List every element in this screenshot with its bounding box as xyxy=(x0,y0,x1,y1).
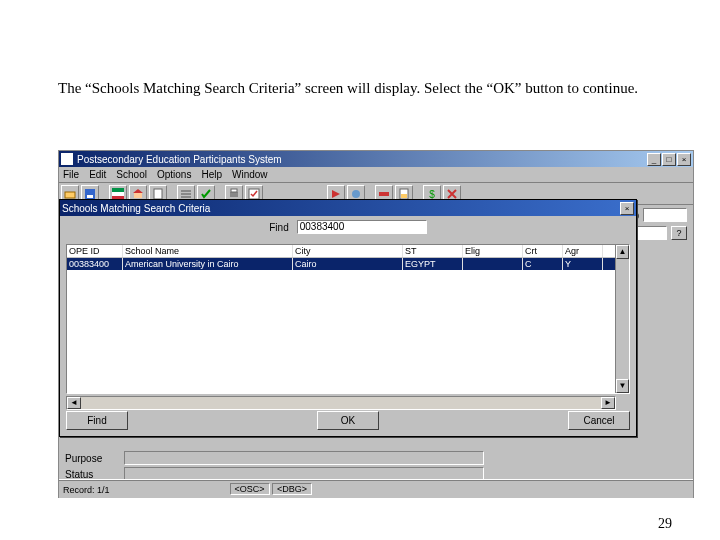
app-icon xyxy=(61,153,73,165)
svg-rect-12 xyxy=(230,192,238,197)
svg-rect-8 xyxy=(154,189,162,199)
cancel-button[interactable]: Cancel xyxy=(568,411,630,430)
find-label: Find xyxy=(269,222,288,233)
svg-rect-18 xyxy=(401,194,407,198)
results-grid: OPE ID School Name City ST Elig Crt Agr … xyxy=(66,244,630,394)
scroll-right-icon[interactable]: ► xyxy=(601,397,615,409)
svg-rect-2 xyxy=(87,195,93,198)
grid-header: OPE ID School Name City ST Elig Crt Agr xyxy=(67,245,629,258)
ok-button[interactable]: OK xyxy=(317,411,379,430)
col-city: City xyxy=(293,245,403,257)
menu-file[interactable]: File xyxy=(63,169,79,180)
menu-options[interactable]: Options xyxy=(157,169,191,180)
zip-field[interactable] xyxy=(643,208,687,222)
col-opeid: OPE ID xyxy=(67,245,123,257)
cell-crt: C xyxy=(523,258,563,270)
find-row: Find 00383400 xyxy=(60,216,636,238)
svg-rect-11 xyxy=(181,196,191,198)
menu-window[interactable]: Window xyxy=(232,169,268,180)
close-button[interactable]: × xyxy=(677,153,691,166)
find-button[interactable]: Find xyxy=(66,411,128,430)
minimize-button[interactable]: _ xyxy=(647,153,661,166)
vertical-scrollbar[interactable]: ▲ ▼ xyxy=(615,245,629,393)
menu-school[interactable]: School xyxy=(116,169,147,180)
menu-edit[interactable]: Edit xyxy=(89,169,106,180)
find-input[interactable]: 00383400 xyxy=(297,220,427,234)
cell-city: Cairo xyxy=(293,258,403,270)
maximize-button[interactable]: □ xyxy=(662,153,676,166)
svg-marker-6 xyxy=(133,189,143,193)
help-button[interactable]: ? xyxy=(671,226,687,240)
table-row[interactable]: 00383400 American University in Cairo Ca… xyxy=(67,258,629,270)
dialog-title: Schools Matching Search Criteria xyxy=(62,203,620,214)
col-agr: Agr xyxy=(563,245,603,257)
menu-help[interactable]: Help xyxy=(201,169,222,180)
dialog-titlebar: Schools Matching Search Criteria × xyxy=(60,200,636,216)
purpose-field[interactable] xyxy=(124,451,484,465)
svg-rect-3 xyxy=(112,188,124,192)
cell-school: American University in Cairo xyxy=(123,258,293,270)
cell-st: EGYPT xyxy=(403,258,463,270)
main-app-window: Postsecondary Education Participants Sys… xyxy=(58,150,694,498)
dialog-close-button[interactable]: × xyxy=(620,202,634,215)
purpose-label: Purpose xyxy=(65,453,120,464)
svg-rect-16 xyxy=(379,192,389,196)
cell-elig xyxy=(463,258,523,270)
svg-rect-7 xyxy=(134,193,142,198)
svg-point-15 xyxy=(352,190,360,198)
dbg-indicator: <DBG> xyxy=(272,483,312,495)
horizontal-scrollbar[interactable]: ◄ ► xyxy=(66,396,616,410)
svg-text:$: $ xyxy=(429,189,435,200)
scroll-track[interactable] xyxy=(81,397,601,409)
menu-bar: File Edit School Options Help Window xyxy=(59,167,693,183)
main-titlebar: Postsecondary Education Participants Sys… xyxy=(59,151,693,167)
scroll-up-icon[interactable]: ▲ xyxy=(616,245,629,259)
status-record: Record: 1/1 xyxy=(63,485,110,495)
page-number: 29 xyxy=(658,516,672,532)
col-elig: Elig xyxy=(463,245,523,257)
svg-rect-9 xyxy=(181,190,191,192)
col-crt: Crt xyxy=(523,245,563,257)
cell-opeid: 00383400 xyxy=(67,258,123,270)
cell-agr: Y xyxy=(563,258,603,270)
col-school: School Name xyxy=(123,245,293,257)
search-results-dialog: Schools Matching Search Criteria × Find … xyxy=(59,199,637,437)
scroll-down-icon[interactable]: ▼ xyxy=(616,379,629,393)
svg-rect-4 xyxy=(112,192,124,196)
scroll-left-icon[interactable]: ◄ xyxy=(67,397,81,409)
status-label: Status xyxy=(65,469,120,480)
main-title: Postsecondary Education Participants Sys… xyxy=(77,154,647,165)
dialog-button-row: Find OK Cancel xyxy=(66,410,630,430)
svg-rect-10 xyxy=(181,193,191,195)
svg-rect-13 xyxy=(231,189,237,192)
svg-rect-0 xyxy=(65,192,75,198)
instruction-text: The “Schools Matching Search Criteria” s… xyxy=(58,78,662,99)
col-st: ST xyxy=(403,245,463,257)
osc-indicator: <OSC> xyxy=(230,483,270,495)
